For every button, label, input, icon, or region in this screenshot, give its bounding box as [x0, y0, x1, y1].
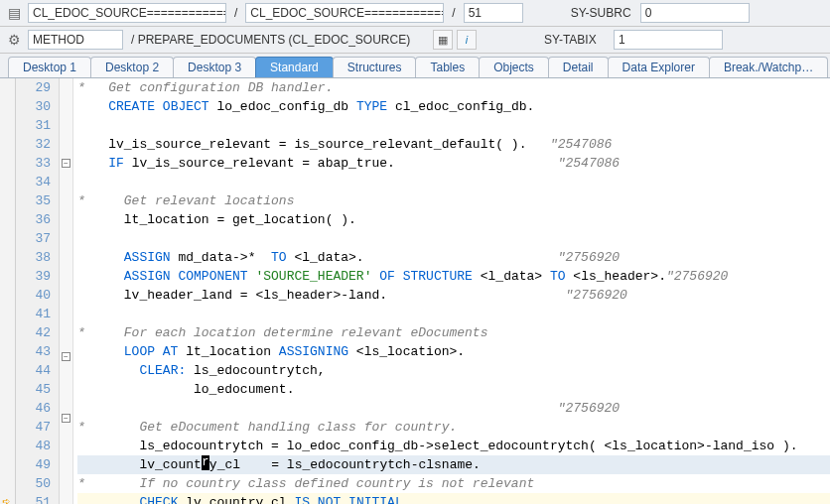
line-pos-field[interactable]: 51	[464, 3, 523, 23]
tab-tables[interactable]: Tables	[415, 57, 480, 77]
line-number: 32	[20, 135, 51, 154]
line-number: 45	[20, 380, 51, 399]
line-number: 46	[20, 399, 51, 418]
table-icon[interactable]: ▦	[433, 30, 453, 50]
line-number: 36	[20, 210, 51, 229]
line-number: 38	[20, 248, 51, 267]
line-number: 39	[20, 267, 51, 286]
line-number: 48	[20, 437, 51, 455]
execution-pointer-icon: ➪	[2, 493, 10, 504]
line-number: 30	[20, 97, 51, 116]
line-number: 51	[20, 493, 51, 504]
code-line[interactable]: * Get configuration DB handler.	[77, 78, 830, 97]
line-number: 29	[20, 78, 51, 97]
header-row-2: ⚙ METHOD / PREPARE_EDOCUMENTS (CL_EDOC_S…	[0, 27, 830, 54]
code-line[interactable]: * If no country class defined country is…	[77, 474, 830, 493]
fold-column: −−−	[60, 78, 73, 504]
line-number: 44	[20, 361, 51, 380]
code-line[interactable]: CLEAR: ls_edocountrytch,	[77, 361, 830, 380]
code-line[interactable]: lv_is_source_relevant = is_source_releva…	[77, 135, 830, 154]
tab-bar: Desktop 1Desktop 2Desktop 3StandardStruc…	[0, 54, 830, 77]
method-path-label: / PREPARE_EDOCUMENTS (CL_EDOC_SOURCE)	[127, 30, 429, 50]
code-line[interactable]: "2756920	[77, 399, 830, 418]
fold-toggle[interactable]: −	[62, 352, 70, 361]
document-icon: ▤	[4, 4, 24, 22]
sy-tabix-value[interactable]: 1	[614, 30, 723, 50]
code-line[interactable]	[77, 173, 830, 191]
fold-toggle[interactable]: −	[62, 414, 70, 423]
object-type-field[interactable]: METHOD	[28, 30, 123, 50]
marker-column: ➪	[0, 78, 16, 504]
tab-desktop-2[interactable]: Desktop 2	[90, 57, 174, 77]
tab-standard[interactable]: Standard	[255, 57, 334, 77]
line-number: 47	[20, 418, 51, 437]
line-number: 40	[20, 286, 51, 305]
sep1: /	[230, 3, 241, 23]
code-line[interactable]: IF lv_is_source_relevant = abap_true. "2…	[77, 154, 830, 173]
tab-desktop-1[interactable]: Desktop 1	[8, 57, 91, 77]
code-line[interactable]: lv_country_cl = ls_edocountrytch-clsname…	[77, 455, 830, 474]
code-line[interactable]: ls_edocountrytch = lo_edoc_config_db->se…	[77, 437, 830, 455]
code-line[interactable]: * For each location determine relevant e…	[77, 323, 830, 342]
code-body[interactable]: * Get configuration DB handler. CREATE O…	[73, 78, 830, 504]
sy-subrc-value[interactable]: 0	[640, 3, 750, 23]
line-number: 41	[20, 305, 51, 323]
code-line[interactable]: lv_header_land = <ls_header>-land. "2756…	[77, 286, 830, 305]
sy-tabix-label: SY-TABIX	[540, 30, 610, 50]
code-line[interactable]	[77, 305, 830, 323]
info-icon[interactable]: i	[457, 30, 477, 50]
tab-objects[interactable]: Objects	[479, 57, 549, 77]
tab-detail[interactable]: Detail	[548, 57, 609, 77]
sy-subrc-label: SY-SUBRC	[567, 3, 636, 23]
tab-data-explorer[interactable]: Data Explorer	[608, 57, 710, 77]
code-line[interactable]: ASSIGN COMPONENT 'SOURCE_HEADER' OF STRU…	[77, 267, 830, 286]
line-number: 33	[20, 154, 51, 173]
fold-toggle[interactable]: −	[62, 159, 70, 168]
line-number: 43	[20, 342, 51, 361]
code-line[interactable]	[77, 116, 830, 135]
code-line[interactable]: ASSIGN md_data->* TO <l_data>. "2756920	[77, 248, 830, 267]
line-number: 37	[20, 229, 51, 248]
tab-structures[interactable]: Structures	[333, 57, 417, 77]
tab-break-watchp-[interactable]: Break./Watchp…	[709, 57, 828, 77]
sep2: /	[448, 3, 459, 23]
line-number: 49	[20, 455, 51, 474]
line-number: 42	[20, 323, 51, 342]
line-number: 31	[20, 116, 51, 135]
code-line[interactable]: lo_edocument.	[77, 380, 830, 399]
header-row-1: ▤ CL_EDOC_SOURCE================… / CL_E…	[0, 0, 830, 27]
class-field-1[interactable]: CL_EDOC_SOURCE================…	[28, 3, 226, 23]
line-number: 34	[20, 173, 51, 191]
code-line[interactable]	[77, 229, 830, 248]
editor-area: ➪ 29303132333435363738394041424344454647…	[0, 77, 830, 504]
gear-icon[interactable]: ⚙	[4, 31, 24, 49]
code-line[interactable]: lt_location = get_location( ).	[77, 210, 830, 229]
code-line[interactable]: LOOP AT lt_location ASSIGNING <ls_locati…	[77, 342, 830, 361]
line-number: 50	[20, 474, 51, 493]
line-number-gutter: 2930313233343536373839404142434445464748…	[16, 78, 60, 504]
class-field-2[interactable]: CL_EDOC_SOURCE================…	[245, 3, 444, 23]
line-number: 35	[20, 191, 51, 210]
code-line[interactable]: CREATE OBJECT lo_edoc_config_db TYPE cl_…	[77, 97, 830, 116]
tab-desktop-3[interactable]: Desktop 3	[173, 57, 256, 77]
code-line[interactable]: * Get eDocument handling class for count…	[77, 418, 830, 437]
code-line[interactable]: CHECK lv_country_cl IS NOT INITIAL.	[77, 493, 830, 504]
code-line[interactable]: * Get relevant locations	[77, 191, 830, 210]
